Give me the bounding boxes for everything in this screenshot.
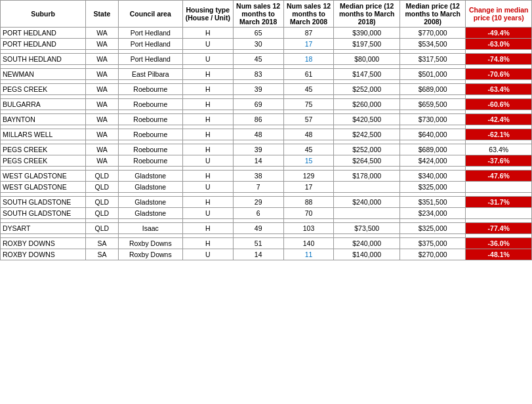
- cell-housing: H: [182, 223, 233, 234]
- cell-median08: $351,500: [399, 197, 466, 208]
- cell-council: Roebourne: [118, 155, 182, 167]
- cell-housing: H: [182, 99, 233, 110]
- cell-median08: $501,000: [399, 69, 466, 80]
- cell-council: Gladstone: [118, 208, 182, 219]
- cell-change: -48.1%: [466, 249, 532, 260]
- cell-sales08: 57: [283, 114, 334, 125]
- cell-state: WA: [86, 39, 119, 50]
- cell-sales18: 7: [233, 182, 283, 193]
- cell-sales18: 49: [233, 223, 283, 234]
- table-body: PORT HEDLANDWAPort HedlandH6587$390,000$…: [1, 28, 532, 260]
- cell-housing: H: [182, 28, 233, 39]
- cell-suburb: MILLARS WELL: [1, 129, 86, 140]
- cell-council: Port Hedland: [118, 39, 182, 50]
- cell-median08: $375,000: [399, 238, 466, 249]
- cell-change: -36.0%: [466, 238, 532, 249]
- cell-housing: H: [182, 114, 233, 125]
- cell-state: WA: [86, 84, 119, 95]
- cell-change: -37.6%: [466, 155, 532, 167]
- cell-state: QLD: [86, 223, 119, 234]
- cell-housing: H: [182, 238, 233, 249]
- cell-sales18: 69: [233, 99, 283, 110]
- cell-council: Isaac: [118, 223, 182, 234]
- cell-median08: $730,000: [399, 114, 466, 125]
- cell-change: -70.6%: [466, 69, 532, 80]
- cell-median08: $770,000: [399, 28, 466, 39]
- table-row: BAYNTONWARoebourneH8657$420,500$730,000-…: [1, 114, 532, 125]
- table-row: DYSARTQLDIsaacH49103$73,500$325,000-77.4…: [1, 223, 532, 234]
- cell-median18: $390,000: [334, 28, 400, 39]
- cell-housing: U: [182, 208, 233, 219]
- cell-council: Roebourne: [118, 114, 182, 125]
- cell-sales18: 39: [233, 144, 283, 155]
- cell-housing: H: [182, 84, 233, 95]
- cell-median18: $252,000: [334, 84, 400, 95]
- cell-suburb: DYSART: [1, 223, 86, 234]
- cell-median18: $197,500: [334, 39, 400, 50]
- cell-median18: $252,000: [334, 144, 400, 155]
- cell-sales08: 17: [283, 39, 334, 50]
- header-median18: Median price (12 months to March 2018): [334, 1, 400, 28]
- cell-sales08: 87: [283, 28, 334, 39]
- cell-median18: $80,000: [334, 54, 400, 65]
- cell-housing: H: [182, 197, 233, 208]
- table-row: SOUTH GLADSTONEQLDGladstoneU670$234,000: [1, 208, 532, 219]
- cell-sales18: 83: [233, 69, 283, 80]
- cell-sales18: 45: [233, 54, 283, 65]
- cell-housing: H: [182, 69, 233, 80]
- cell-median18: $242,500: [334, 129, 400, 140]
- cell-median18: $260,000: [334, 99, 400, 110]
- cell-council: Gladstone: [118, 171, 182, 182]
- cell-state: QLD: [86, 208, 119, 219]
- cell-state: WA: [86, 54, 119, 65]
- cell-state: QLD: [86, 171, 119, 182]
- cell-state: WA: [86, 99, 119, 110]
- cell-median18: $73,500: [334, 223, 400, 234]
- header-sales18: Num sales 12 months to March 2018: [233, 1, 283, 28]
- cell-suburb: SOUTH GLADSTONE: [1, 197, 86, 208]
- table-row: ROXBY DOWNSSARoxby DownsU1411$140,000$27…: [1, 249, 532, 260]
- cell-change: -74.8%: [466, 54, 532, 65]
- cell-median18: $240,000: [334, 197, 400, 208]
- cell-sales08: 61: [283, 69, 334, 80]
- cell-housing: H: [182, 129, 233, 140]
- cell-sales08: 70: [283, 208, 334, 219]
- cell-state: QLD: [86, 197, 119, 208]
- cell-change: -60.6%: [466, 99, 532, 110]
- cell-median08: $340,000: [399, 171, 466, 182]
- header-change: Change in median price (10 years): [466, 1, 532, 28]
- cell-sales08: 140: [283, 238, 334, 249]
- cell-median18: $264,500: [334, 155, 400, 167]
- cell-sales18: 51: [233, 238, 283, 249]
- cell-sales18: 48: [233, 129, 283, 140]
- cell-median08: $325,000: [399, 223, 466, 234]
- cell-suburb: BULGARRA: [1, 99, 86, 110]
- cell-state: WA: [86, 144, 119, 155]
- cell-suburb: ROXBY DOWNS: [1, 249, 86, 260]
- cell-state: SA: [86, 249, 119, 260]
- table-row: NEWMANWAEast PilbaraH8361$147,500$501,00…: [1, 69, 532, 80]
- cell-council: Roxby Downs: [118, 249, 182, 260]
- cell-state: WA: [86, 155, 119, 167]
- cell-sales08: 103: [283, 223, 334, 234]
- cell-median08: $534,500: [399, 39, 466, 50]
- cell-suburb: NEWMAN: [1, 69, 86, 80]
- cell-council: Roebourne: [118, 99, 182, 110]
- cell-change: -49.4%: [466, 28, 532, 39]
- cell-council: Port Hedland: [118, 54, 182, 65]
- cell-sales18: 29: [233, 197, 283, 208]
- table-row: PEGS CREEKWARoebourneH3945$252,000$689,0…: [1, 84, 532, 95]
- cell-change: -31.7%: [466, 197, 532, 208]
- cell-median18: [334, 208, 400, 219]
- cell-median18: $240,000: [334, 238, 400, 249]
- cell-median08: $325,000: [399, 182, 466, 193]
- cell-suburb: WEST GLADSTONE: [1, 171, 86, 182]
- cell-change: -63.0%: [466, 39, 532, 50]
- header-sales08: Num sales 12 months to March 2008: [283, 1, 334, 28]
- cell-change: -62.1%: [466, 129, 532, 140]
- cell-council: Port Hedland: [118, 28, 182, 39]
- cell-state: WA: [86, 28, 119, 39]
- cell-suburb: WEST GLADSTONE: [1, 182, 86, 193]
- table-row: MILLARS WELLWARoebourneH4848$242,500$640…: [1, 129, 532, 140]
- cell-state: SA: [86, 238, 119, 249]
